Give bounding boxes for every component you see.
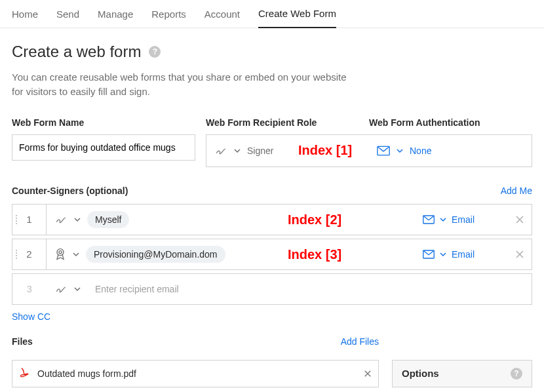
- auth-method[interactable]: Email: [452, 249, 475, 260]
- options-panel[interactable]: Options ?: [392, 360, 532, 387]
- recipient-chip[interactable]: Myself: [87, 211, 129, 228]
- counter-signers-label: Counter-Signers (optional): [12, 186, 128, 196]
- row-num-value: 2: [26, 248, 31, 260]
- add-files-link[interactable]: Add Files: [341, 336, 379, 347]
- files-label: Files: [12, 336, 33, 347]
- add-recipient-row: 3: [12, 273, 532, 305]
- counter-signers-header: Counter-Signers (optional) Add Me: [12, 186, 532, 196]
- pen-icon[interactable]: [54, 283, 68, 295]
- remove-file-button[interactable]: [364, 370, 372, 378]
- chevron-down-icon[interactable]: [73, 251, 79, 258]
- pen-icon[interactable]: [214, 145, 227, 157]
- options-label: Options: [402, 368, 439, 379]
- recipient-chip[interactable]: Provisioning@MyDomain.dom: [86, 246, 225, 263]
- tab-manage[interactable]: Manage: [98, 9, 133, 28]
- page-title: Create a web form: [12, 43, 141, 61]
- row-number: 3: [12, 274, 47, 304]
- row-number[interactable]: 1: [12, 205, 47, 235]
- chevron-down-icon[interactable]: [74, 216, 81, 223]
- svg-point-3: [59, 250, 62, 253]
- counter-signer-row: 2 Provisioning@MyDomain.dom: [12, 239, 532, 270]
- envelope-icon[interactable]: [423, 250, 435, 259]
- row-number[interactable]: 2: [12, 239, 47, 269]
- show-cc-link[interactable]: Show CC: [12, 311, 50, 322]
- envelope-icon[interactable]: [377, 146, 390, 156]
- chevron-down-icon[interactable]: [440, 251, 446, 258]
- chevron-down-icon[interactable]: [74, 286, 81, 292]
- chevron-down-icon[interactable]: [234, 147, 241, 154]
- tab-reports[interactable]: Reports: [151, 9, 186, 28]
- auth-method[interactable]: Email: [452, 214, 475, 225]
- web-form-name-input[interactable]: [12, 134, 195, 161]
- top-tabs: Home Send Manage Reports Account Create …: [0, 0, 544, 28]
- pdf-icon: [19, 367, 31, 380]
- help-icon[interactable]: ?: [149, 46, 161, 58]
- tab-create-web-form[interactable]: Create Web Form: [258, 8, 336, 28]
- auth-value[interactable]: None: [410, 146, 431, 156]
- chevron-down-icon[interactable]: [440, 216, 446, 223]
- tab-send[interactable]: Send: [56, 9, 79, 28]
- file-name: Outdated mugs form.pdf: [37, 368, 136, 379]
- help-icon[interactable]: ?: [511, 368, 522, 380]
- role-auth-box: Signer None Index [1]: [206, 134, 532, 167]
- role-value: Signer: [247, 146, 273, 156]
- chevron-down-icon[interactable]: [397, 147, 403, 154]
- tab-account[interactable]: Account: [204, 9, 240, 28]
- counter-signer-row: 1 Myself: [12, 204, 532, 235]
- remove-row-button[interactable]: [508, 250, 532, 259]
- svg-point-2: [57, 248, 64, 255]
- ribbon-icon[interactable]: [54, 248, 66, 261]
- remove-row-button[interactable]: [508, 215, 532, 224]
- file-item[interactable]: Outdated mugs form.pdf: [12, 360, 379, 387]
- pen-icon[interactable]: [54, 214, 68, 225]
- recipient-email-input[interactable]: [87, 284, 532, 294]
- envelope-icon[interactable]: [423, 215, 435, 224]
- row-num-value: 1: [26, 214, 31, 225]
- authentication-label: Web Form Authentication: [369, 117, 532, 128]
- web-form-name-label: Web Form Name: [12, 117, 195, 128]
- drag-handle-icon[interactable]: [16, 250, 17, 259]
- recipient-role-label: Web Form Recipient Role: [206, 117, 369, 128]
- drag-handle-icon[interactable]: [16, 215, 17, 224]
- tab-home[interactable]: Home: [12, 9, 38, 28]
- page-subtitle: You can create reusable web forms that y…: [12, 70, 353, 99]
- add-me-link[interactable]: Add Me: [501, 186, 532, 196]
